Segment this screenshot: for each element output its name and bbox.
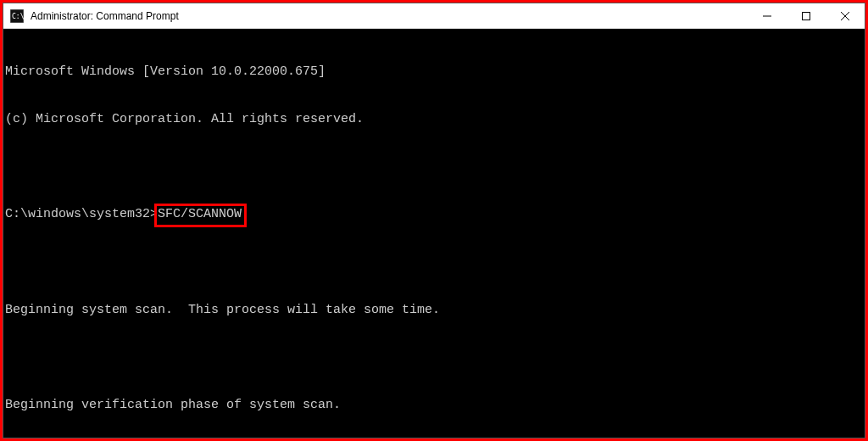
blank-line [5, 255, 863, 271]
blank-line [5, 159, 863, 176]
titlebar[interactable]: C:\ Administrator: Command Prompt [3, 3, 865, 29]
minimize-button[interactable] [748, 3, 787, 28]
minimize-icon [763, 12, 771, 20]
output-line: Microsoft Windows [Version 10.0.22000.67… [5, 64, 863, 81]
blank-line [5, 350, 863, 366]
output-line: Beginning system scan. This process will… [5, 303, 863, 319]
svg-text:C:\: C:\ [12, 13, 24, 20]
svg-rect-3 [803, 12, 810, 20]
maximize-icon [802, 12, 810, 20]
output-line: Beginning verification phase of system s… [5, 398, 863, 414]
command-prompt-window: C:\ Administrator: Command Prompt Micros… [3, 3, 865, 438]
terminal-area[interactable]: Microsoft Windows [Version 10.0.22000.67… [3, 29, 865, 438]
maximize-button[interactable] [787, 3, 826, 28]
output-line: (c) Microsoft Corporation. All rights re… [5, 112, 863, 128]
window-controls [748, 3, 865, 28]
highlighted-command: SFC/SCANNOW [158, 207, 242, 223]
close-button[interactable] [826, 3, 865, 28]
close-icon [841, 12, 849, 20]
prompt-line: C:\windows\system32>SFC/SCANNOW [5, 207, 863, 223]
prompt-path: C:\windows\system32> [5, 207, 158, 223]
window-title: Administrator: Command Prompt [31, 10, 179, 22]
cmd-icon: C:\ [10, 9, 24, 23]
